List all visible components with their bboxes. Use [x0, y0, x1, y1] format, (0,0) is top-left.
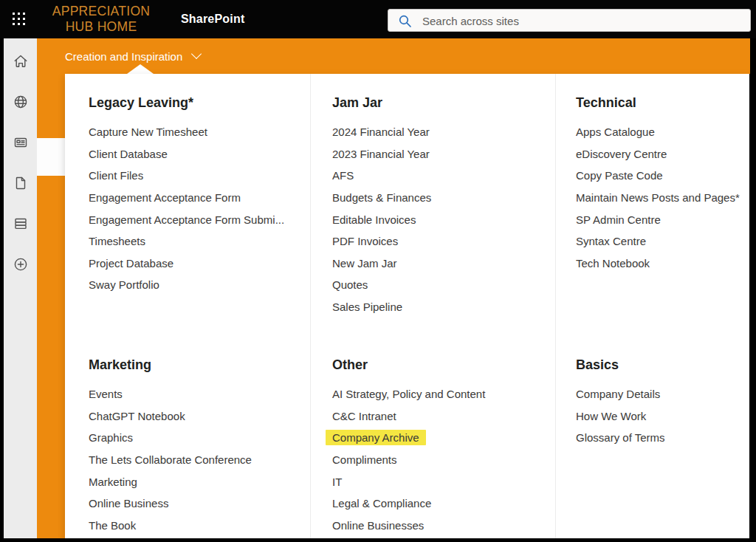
menu-item[interactable]: Compliments: [332, 449, 555, 471]
nav-label: Creation and Inspiration: [65, 50, 182, 63]
menu-item[interactable]: Syntax Centre: [576, 230, 749, 253]
news-icon[interactable]: [13, 134, 29, 151]
menu-item[interactable]: C&C Intranet: [332, 405, 555, 428]
menu-item[interactable]: Engagement Acceptance Form: [89, 187, 310, 209]
menu-item[interactable]: AI Strategy, Policy and Content: [332, 383, 555, 405]
menu-section: MarketingEventsChatGPT NotebookGraphicsT…: [89, 356, 310, 538]
left-icon-rail: [4, 38, 37, 538]
menu-item[interactable]: Apps Catalogue: [576, 121, 749, 143]
menu-item[interactable]: AFS: [332, 165, 555, 187]
menu-item[interactable]: Legal & Compliance: [332, 493, 555, 515]
global-search-box[interactable]: [388, 9, 751, 32]
menu-item[interactable]: The Lets Collaborate Conference: [89, 449, 310, 471]
menu-item[interactable]: Sway Portfolio: [89, 274, 310, 296]
menu-item[interactable]: The Book: [89, 515, 310, 537]
hub-nav-bar: Creation and Inspiration: [37, 38, 750, 74]
menu-section: TechnicalApps CatalogueeDiscovery Centre…: [576, 94, 749, 356]
library-icon[interactable]: [13, 216, 29, 232]
menu-item[interactable]: Project Database: [89, 253, 310, 275]
menu-item[interactable]: IT: [332, 470, 555, 493]
menu-item[interactable]: Online Businesses: [332, 515, 555, 537]
menu-item[interactable]: Partners: [332, 536, 555, 538]
home-icon[interactable]: [13, 53, 29, 69]
menu-item[interactable]: Client Files: [89, 165, 310, 187]
menu-item[interactable]: Online Business: [89, 493, 310, 515]
sharepoint-logo-text: SharePoint: [181, 0, 244, 38]
top-suite-bar: APPRECIATION HUB HOME SharePoint: [0, 0, 756, 38]
menu-item[interactable]: 2023 Financial Year: [332, 143, 555, 165]
menu-section: Jam Jar2024 Financial Year2023 Financial…: [332, 94, 555, 356]
menu-section-title: Technical: [576, 94, 749, 112]
menu-section: OtherAI Strategy, Policy and ContentC&C …: [332, 356, 555, 538]
menu-item[interactable]: Sales Pipeline: [332, 296, 555, 318]
menu-section: Legacy Leaving*Capture New TimesheetClie…: [89, 94, 310, 356]
menu-item[interactable]: Client Database: [89, 143, 310, 165]
menu-item[interactable]: Budgets & Finances: [332, 187, 555, 209]
menu-item[interactable]: Vendor Application Masters: [89, 536, 310, 538]
menu-item[interactable]: Quotes: [332, 274, 555, 296]
menu-item[interactable]: Timesheets: [89, 230, 310, 253]
menu-section-title: Marketing: [89, 356, 310, 374]
menu-column: TechnicalApps CatalogueeDiscovery Centre…: [555, 74, 749, 538]
menu-item[interactable]: Marketing: [89, 470, 310, 493]
chevron-down-icon: [191, 49, 202, 59]
menu-section-title: Other: [332, 356, 555, 374]
menu-item[interactable]: New Jam Jar: [332, 253, 555, 275]
menu-item[interactable]: Company Archive: [332, 427, 555, 449]
document-icon[interactable]: [13, 175, 29, 191]
menu-item[interactable]: Maintain News Posts and Pages*: [576, 187, 749, 209]
menu-item[interactable]: Engagement Acceptance Form Submi...: [89, 208, 310, 230]
menu-item[interactable]: How We Work: [576, 405, 749, 428]
menu-item[interactable]: Graphics: [89, 427, 310, 449]
menu-item[interactable]: Editable Invoices: [332, 208, 555, 230]
menu-column: Jam Jar2024 Financial Year2023 Financial…: [310, 74, 555, 538]
menu-item[interactable]: Capture New Timesheet: [89, 121, 310, 143]
menu-item[interactable]: Tech Notebook: [576, 253, 749, 275]
mega-menu-panel: Legacy Leaving*Capture New TimesheetClie…: [65, 74, 749, 538]
menu-item[interactable]: Glossary of Terms: [576, 427, 749, 449]
menu-column: Legacy Leaving*Capture New TimesheetClie…: [65, 74, 310, 538]
dropdown-pointer: [127, 64, 154, 74]
menu-section-title: Jam Jar: [332, 94, 555, 112]
menu-item[interactable]: SP Admin Centre: [576, 208, 749, 230]
menu-item[interactable]: 2024 Financial Year: [332, 121, 555, 143]
menu-item[interactable]: PDF Invoices: [332, 230, 555, 253]
menu-item[interactable]: Company Details: [576, 383, 749, 405]
search-input[interactable]: [421, 10, 741, 32]
menu-item[interactable]: Copy Paste Code: [576, 165, 749, 187]
sharepoint-window: APPRECIATION HUB HOME SharePoint Creatio…: [0, 0, 756, 542]
page-background-strip: [37, 74, 65, 538]
menu-section: BasicsCompany DetailsHow We WorkGlossary…: [576, 356, 749, 449]
search-icon: [398, 14, 413, 29]
hub-home-title[interactable]: APPRECIATION HUB HOME: [41, 3, 162, 35]
menu-item[interactable]: ChatGPT Notebook: [89, 405, 310, 428]
page-background-notch: [37, 138, 65, 176]
globe-icon[interactable]: [13, 94, 29, 110]
app-launcher-waffle-icon[interactable]: [13, 13, 27, 27]
add-icon[interactable]: [13, 256, 29, 272]
menu-item[interactable]: Events: [89, 383, 310, 405]
menu-section-title: Legacy Leaving*: [89, 94, 310, 112]
menu-item[interactable]: eDiscovery Centre: [576, 143, 749, 165]
menu-section-title: Basics: [576, 356, 749, 374]
